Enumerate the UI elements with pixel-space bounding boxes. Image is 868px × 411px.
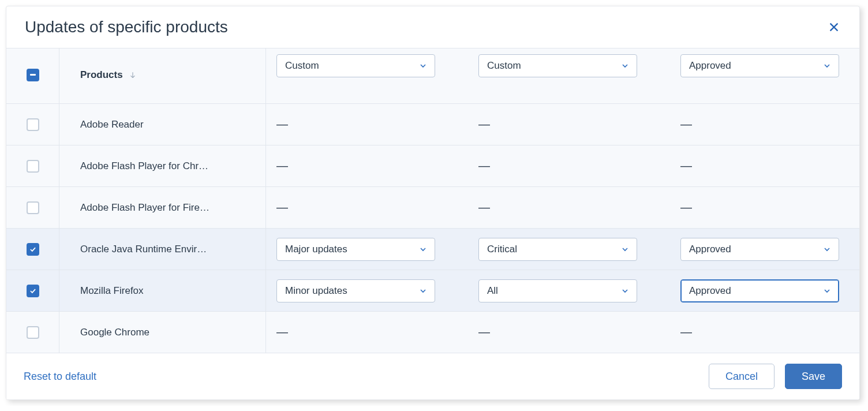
approval-value: Approved bbox=[689, 285, 731, 297]
approval-filter-select[interactable]: Approved bbox=[680, 54, 839, 77]
dialog-header: Updates of specific products bbox=[6, 6, 859, 48]
severity-filter-value: Custom bbox=[487, 60, 521, 72]
footer-actions: Cancel Save bbox=[709, 364, 842, 389]
severity-cell: — bbox=[468, 312, 670, 353]
severity-cell: — bbox=[468, 145, 670, 186]
product-name-cell: Adobe Flash Player for Chr… bbox=[59, 145, 266, 186]
table-row: Adobe Reader——— bbox=[6, 104, 859, 145]
chevron-down-icon bbox=[620, 61, 630, 70]
chevron-down-icon bbox=[822, 245, 832, 254]
approval-empty: — bbox=[680, 159, 692, 173]
cancel-button[interactable]: Cancel bbox=[709, 364, 775, 389]
dialog-footer: Reset to default Cancel Save bbox=[6, 353, 859, 399]
severity-select[interactable]: Critical bbox=[478, 238, 637, 261]
approval-select[interactable]: Approved bbox=[680, 238, 839, 261]
minus-icon bbox=[30, 74, 36, 76]
approval-cell: — bbox=[670, 187, 859, 228]
row-checkbox-cell bbox=[6, 104, 59, 145]
version-empty: — bbox=[276, 159, 288, 173]
version-value: Major updates bbox=[285, 244, 347, 255]
row-checkbox[interactable] bbox=[27, 285, 39, 297]
table-row: Oracle Java Runtime Envir…Major updatesC… bbox=[6, 229, 859, 270]
approval-cell: — bbox=[670, 104, 859, 145]
product-name: Adobe Flash Player for Chr… bbox=[80, 160, 208, 172]
severity-value: All bbox=[487, 285, 498, 297]
version-cell: — bbox=[266, 145, 468, 186]
table-row: Adobe Flash Player for Chr…——— bbox=[6, 145, 859, 187]
save-button[interactable]: Save bbox=[785, 364, 842, 389]
severity-filter-select[interactable]: Custom bbox=[478, 54, 637, 77]
version-filter-select[interactable]: Custom bbox=[276, 54, 435, 77]
approval-cell: — bbox=[670, 312, 859, 353]
row-checkbox-cell bbox=[6, 270, 59, 311]
check-icon bbox=[29, 245, 37, 253]
row-checkbox[interactable] bbox=[27, 201, 39, 214]
chevron-down-icon bbox=[418, 61, 428, 70]
dialog-title: Updates of specific products bbox=[25, 18, 228, 36]
severity-empty: — bbox=[478, 326, 490, 339]
products-table: Products Custom Custom Approved bbox=[6, 48, 859, 353]
close-button[interactable] bbox=[826, 19, 842, 35]
product-name: Google Chrome bbox=[80, 327, 149, 338]
approval-select[interactable]: Approved bbox=[680, 279, 839, 302]
version-empty: — bbox=[276, 118, 288, 131]
row-checkbox-cell bbox=[6, 229, 59, 270]
product-name: Adobe Flash Player for Fire… bbox=[80, 202, 209, 214]
product-name: Mozilla Firefox bbox=[80, 285, 144, 297]
version-empty: — bbox=[276, 201, 288, 214]
approval-empty: — bbox=[680, 326, 692, 339]
approval-filter-value: Approved bbox=[689, 60, 731, 72]
version-cell: Major updates bbox=[266, 229, 468, 270]
reset-to-default-link[interactable]: Reset to default bbox=[24, 371, 96, 383]
approval-cell: Approved bbox=[670, 270, 859, 311]
check-icon bbox=[29, 287, 37, 295]
severity-cell: All bbox=[468, 270, 670, 311]
chevron-down-icon bbox=[620, 245, 630, 254]
row-checkbox[interactable] bbox=[27, 160, 39, 173]
version-value: Minor updates bbox=[285, 285, 347, 297]
row-checkbox[interactable] bbox=[27, 118, 39, 131]
approval-cell: Approved bbox=[670, 229, 859, 270]
header-products-cell[interactable]: Products bbox=[59, 48, 266, 103]
table-row: Adobe Flash Player for Fire…——— bbox=[6, 187, 859, 229]
version-select[interactable]: Major updates bbox=[276, 238, 435, 261]
row-checkbox-cell bbox=[6, 187, 59, 228]
version-select[interactable]: Minor updates bbox=[276, 279, 435, 302]
chevron-down-icon bbox=[418, 245, 428, 254]
table-header-row: Products Custom Custom Approved bbox=[6, 48, 859, 104]
approval-empty: — bbox=[680, 201, 692, 214]
row-checkbox-cell bbox=[6, 145, 59, 186]
products-column-label: Products bbox=[80, 69, 123, 81]
severity-empty: — bbox=[478, 201, 490, 214]
row-checkbox[interactable] bbox=[27, 326, 39, 339]
severity-cell: — bbox=[468, 187, 670, 228]
header-severity-cell: Custom bbox=[468, 48, 670, 103]
severity-empty: — bbox=[478, 118, 490, 131]
header-approval-cell: Approved bbox=[670, 48, 860, 103]
version-cell: — bbox=[266, 187, 468, 228]
severity-select[interactable]: All bbox=[478, 279, 637, 302]
table-row: Google Chrome——— bbox=[6, 312, 859, 353]
product-name-cell: Google Chrome bbox=[59, 312, 266, 353]
severity-empty: — bbox=[478, 159, 490, 173]
header-version-cell: Custom bbox=[266, 48, 468, 103]
chevron-down-icon bbox=[418, 286, 428, 296]
severity-cell: — bbox=[468, 104, 670, 145]
table-body: Adobe Reader———Adobe Flash Player for Ch… bbox=[6, 104, 859, 353]
row-checkbox[interactable] bbox=[27, 243, 39, 256]
approval-value: Approved bbox=[689, 244, 731, 255]
header-checkbox-cell bbox=[6, 48, 59, 103]
row-checkbox-cell bbox=[6, 312, 59, 353]
select-all-checkbox[interactable] bbox=[27, 69, 39, 81]
close-icon bbox=[828, 21, 840, 33]
product-name-cell: Mozilla Firefox bbox=[59, 270, 266, 311]
chevron-down-icon bbox=[822, 286, 832, 296]
chevron-down-icon bbox=[822, 61, 832, 70]
severity-value: Critical bbox=[487, 244, 517, 255]
version-empty: — bbox=[276, 326, 288, 339]
updates-dialog: Updates of specific products Products Cu… bbox=[6, 6, 860, 400]
approval-empty: — bbox=[680, 118, 692, 131]
chevron-down-icon bbox=[620, 286, 630, 296]
table-row: Mozilla FirefoxMinor updatesAllApproved bbox=[6, 270, 859, 312]
version-cell: Minor updates bbox=[266, 270, 468, 311]
